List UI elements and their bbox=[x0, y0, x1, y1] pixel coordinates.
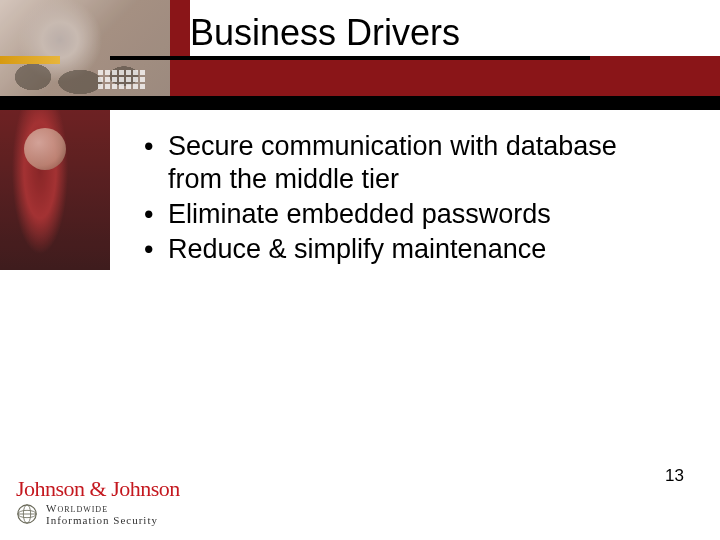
side-photo-figure bbox=[24, 128, 66, 170]
brand-sub-line1: Worldwide bbox=[46, 502, 108, 514]
bullet-item: Reduce & simplify maintenance bbox=[140, 233, 650, 266]
header-grid-decoration bbox=[98, 70, 145, 89]
brand-subtext: Worldwide Information Security bbox=[46, 502, 158, 526]
slide-title: Business Drivers bbox=[190, 0, 720, 56]
bullet-text: Reduce & simplify maintenance bbox=[168, 234, 546, 264]
header-black-strip bbox=[0, 96, 720, 110]
content-area: Secure communication with database from … bbox=[140, 130, 650, 268]
bullet-item: Secure communication with database from … bbox=[140, 130, 650, 196]
footer-logo: Johnson & Johnson Worldwide Information … bbox=[16, 478, 246, 526]
bullet-list: Secure communication with database from … bbox=[140, 130, 650, 266]
globe-icon bbox=[16, 503, 38, 525]
bullet-text: Eliminate embedded passwords bbox=[168, 199, 551, 229]
page-number: 13 bbox=[665, 466, 684, 486]
bullet-item: Eliminate embedded passwords bbox=[140, 198, 650, 231]
gold-accent-bar bbox=[0, 56, 60, 64]
title-underline bbox=[110, 56, 590, 60]
slide-title-text: Business Drivers bbox=[190, 12, 460, 54]
brand-subline: Worldwide Information Security bbox=[16, 502, 246, 526]
brand-sub-line2: Information Security bbox=[46, 514, 158, 526]
brand-wordmark: Johnson & Johnson bbox=[16, 478, 246, 500]
bullet-text: Secure communication with database from … bbox=[168, 131, 617, 194]
